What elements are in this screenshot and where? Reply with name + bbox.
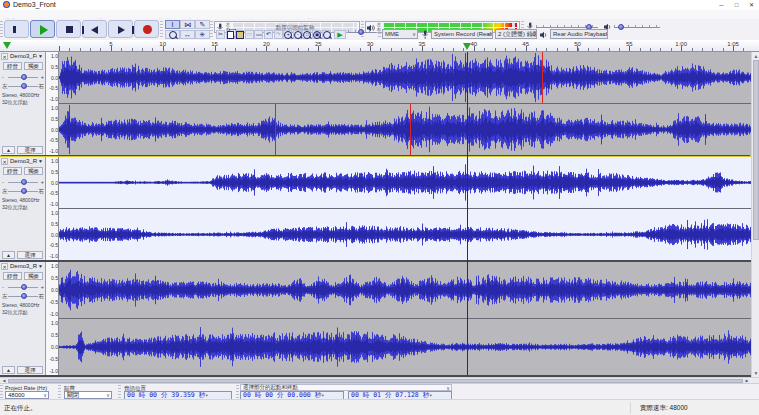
waveform-lane[interactable]	[59, 157, 751, 209]
close-track-button[interactable]: ✕	[1, 263, 8, 270]
chevron-down-icon[interactable]: ▾	[429, 392, 432, 398]
scroll-down-arrow[interactable]: ▼	[752, 369, 759, 377]
close-track-button[interactable]: ✕	[1, 53, 8, 60]
track-menu-button[interactable]: ▼	[37, 263, 44, 270]
skip-start-button[interactable]	[82, 20, 107, 38]
toolbar-grip[interactable]	[0, 385, 3, 398]
solo-button[interactable]: 獨奏	[24, 62, 43, 70]
zoom-sel-button[interactable]: □	[302, 30, 311, 39]
gain-slider[interactable]: -+	[2, 73, 44, 81]
silence-button[interactable]: ▬	[254, 30, 263, 39]
play-at-speed-button[interactable]: ▶	[334, 30, 346, 39]
maximize-button[interactable]: □	[729, 0, 744, 10]
gain-slider-thumb[interactable]	[21, 284, 27, 290]
gain-slider[interactable]: -+	[2, 178, 44, 186]
timeline-ruler[interactable]: 5101520253035404550551:001:05	[0, 40, 759, 52]
redo-button[interactable]: ↷	[274, 30, 283, 39]
recording-channels-select[interactable]: 2 (立體聲) 錄製聲道	[495, 29, 537, 39]
waveform-canvas[interactable]	[59, 209, 751, 260]
record-button[interactable]	[134, 20, 159, 38]
waveform-lane[interactable]	[59, 104, 751, 155]
waveform-canvas[interactable]	[59, 319, 751, 375]
zoom-out-button[interactable]: -	[293, 30, 302, 39]
track-control-panel[interactable]: ✕Demo3_Front▼靜音獨奏-+左右Stereo, 48000Hz32位元…	[0, 52, 46, 155]
multi-tool-button[interactable]: ✳	[195, 30, 210, 39]
scroll-up-arrow[interactable]: ▲	[752, 52, 759, 60]
play-button[interactable]	[30, 20, 55, 38]
select-button[interactable]: 選擇	[17, 251, 43, 259]
selection-range-select[interactable]: 選擇部分的起點和終點	[240, 384, 452, 391]
pan-slider[interactable]: 左右	[2, 292, 44, 300]
mute-button[interactable]: 靜音	[3, 167, 22, 175]
zoom-toggle-button[interactable]	[322, 30, 331, 39]
pan-slider[interactable]: 左右	[2, 187, 44, 195]
zoom-in-button[interactable]: +	[283, 30, 292, 39]
undo-button[interactable]: ↶	[264, 30, 273, 39]
waveform-lane[interactable]	[59, 52, 751, 104]
waveform-lane[interactable]	[59, 209, 751, 260]
solo-button[interactable]: 獨奏	[24, 272, 43, 280]
recording-device-select[interactable]: System Record (Realtek	[431, 29, 493, 39]
cut-button[interactable]: ✂	[216, 30, 225, 39]
chevron-down-icon[interactable]: ▾	[321, 392, 324, 398]
pause-button[interactable]	[4, 20, 29, 38]
toolbar-grip[interactable]	[210, 21, 213, 38]
toolbar-grip[interactable]	[236, 385, 239, 398]
select-button[interactable]: 選擇	[17, 146, 43, 154]
track-control-panel[interactable]: ✕Demo3_Rear▼靜音獨奏-+左右Stereo, 48000Hz32位元浮…	[0, 157, 46, 260]
gain-slider[interactable]: -+	[2, 283, 44, 291]
waveform-canvas[interactable]	[59, 262, 751, 318]
play-speed-slider[interactable]	[348, 27, 376, 37]
paste-button[interactable]	[235, 30, 244, 39]
waveform-canvas[interactable]	[59, 104, 751, 155]
vertical-ruler[interactable]: 1.00.50.0-0.5-1.01.00.50.0-0.5-1.0	[46, 157, 59, 260]
minimize-button[interactable]: ─	[714, 0, 729, 10]
playhead-triangle[interactable]	[463, 43, 471, 50]
waveform-canvas[interactable]	[59, 52, 751, 103]
close-button[interactable]: ✕	[744, 0, 759, 10]
track-title[interactable]: Demo3_Front	[10, 53, 37, 60]
toolbar-grip[interactable]	[58, 385, 61, 398]
envelope-tool-button[interactable]: ⋈	[180, 20, 195, 29]
playback-volume-slider[interactable]	[604, 22, 662, 32]
pan-slider-thumb[interactable]	[21, 83, 27, 89]
toolbar-grip[interactable]	[0, 21, 3, 38]
solo-button[interactable]: 獨奏	[24, 167, 43, 175]
waveform-lane[interactable]	[59, 319, 751, 375]
toolbar-grip[interactable]	[378, 30, 381, 39]
track-menu-button[interactable]: ▼	[37, 53, 44, 60]
mute-button[interactable]: 靜音	[3, 62, 22, 70]
collapse-button[interactable]: ▲	[2, 251, 15, 259]
mute-button[interactable]: 靜音	[3, 272, 22, 280]
timeshift-tool-button[interactable]: ↔	[180, 30, 195, 39]
trim-button[interactable]: ▭	[245, 30, 254, 39]
collapse-button[interactable]: ▲	[2, 366, 15, 374]
skip-end-button[interactable]	[108, 20, 133, 38]
collapse-button[interactable]: ▲	[2, 146, 15, 154]
track-title[interactable]: Demo3_Rear	[10, 263, 37, 270]
close-track-button[interactable]: ✕	[1, 158, 8, 165]
toolbar-grip[interactable]	[160, 21, 163, 38]
zoom-tool-button[interactable]	[165, 30, 180, 39]
waveform-lane[interactable]	[59, 262, 751, 319]
waveform-canvas[interactable]	[59, 157, 751, 208]
vertical-scrollbar[interactable]: ▲ ▼	[751, 52, 759, 377]
pan-slider-thumb[interactable]	[21, 293, 27, 299]
copy-button[interactable]	[226, 30, 235, 39]
pan-slider-thumb[interactable]	[21, 188, 27, 194]
select-button[interactable]: 選擇	[17, 366, 43, 374]
draw-tool-button[interactable]: ✎	[195, 20, 210, 29]
play-speed-thumb[interactable]	[358, 29, 364, 35]
stop-button[interactable]	[56, 20, 81, 38]
track-menu-button[interactable]: ▼	[37, 158, 44, 165]
playhead-pin-icon[interactable]	[3, 42, 11, 49]
track-control-panel[interactable]: ✕Demo3_Rear▼靜音獨奏-+左右Stereo, 48000Hz32位元浮…	[0, 262, 46, 375]
audio-host-select[interactable]: MME	[382, 29, 418, 39]
gain-slider-thumb[interactable]	[21, 179, 27, 185]
zoom-fit-button[interactable]: ▣	[312, 30, 321, 39]
selection-tool-button[interactable]: I	[165, 20, 180, 29]
track-title[interactable]: Demo3_Rear	[10, 158, 37, 165]
vertical-ruler[interactable]: 1.00.50.0-0.5-1.01.00.50.0-0.5-1.0	[46, 52, 59, 155]
playback-device-select[interactable]: Rear Audio Playback (R	[550, 29, 608, 39]
playback-volume-thumb[interactable]	[618, 24, 624, 30]
